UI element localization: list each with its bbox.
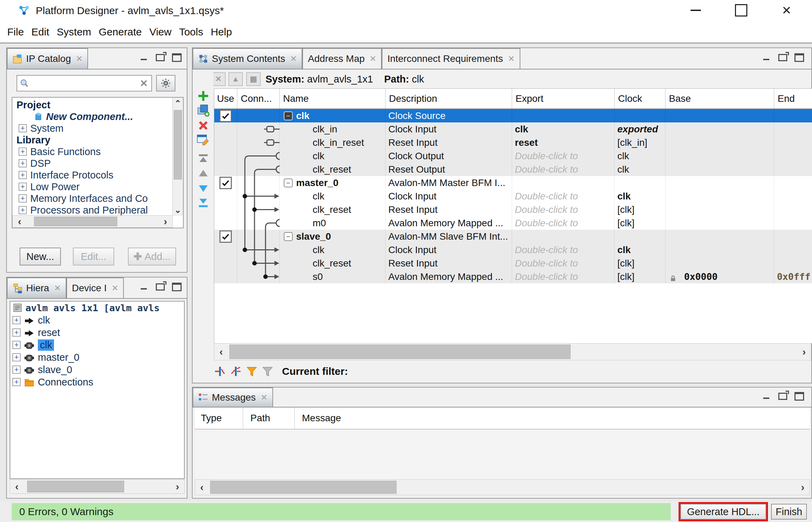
base-cell[interactable]	[665, 189, 774, 203]
column-name[interactable]: Name	[280, 89, 386, 108]
show-signals-icon[interactable]	[230, 365, 242, 378]
expand-icon[interactable]: +	[12, 353, 21, 361]
tab-close-icon[interactable]: ✕	[76, 54, 83, 64]
hierarchy-item-reset[interactable]: +reset	[10, 326, 184, 339]
column-path[interactable]: Path	[250, 407, 270, 429]
scroll-right-icon[interactable]: ›	[796, 480, 810, 495]
tab-close-icon[interactable]: ✕	[508, 54, 515, 64]
menu-view[interactable]: View	[145, 26, 175, 38]
ip-tree-horizontal-scrollbar[interactable]: ‹ ›	[12, 215, 173, 228]
search-input[interactable]	[32, 76, 137, 90]
table-row-slave_0[interactable]: −slave_0Avalon-MM Slave BFM Int...	[214, 230, 812, 243]
menu-file[interactable]: File	[3, 26, 28, 38]
use-checkbox[interactable]	[219, 110, 232, 122]
clear-search-icon[interactable]: ✕	[140, 78, 148, 89]
name-cell[interactable]: −clk	[280, 109, 386, 122]
clock-cell[interactable]	[615, 230, 665, 243]
new-button[interactable]: New...	[20, 248, 61, 265]
clock-cell[interactable]: [clk]	[615, 203, 665, 216]
scroll-left-icon[interactable]: ‹	[10, 480, 24, 493]
clock-cell[interactable]: clk	[615, 163, 665, 176]
clock-cell[interactable]: clk	[615, 149, 665, 163]
edit-button[interactable]: Edit...	[73, 248, 114, 265]
table-row-clk_in[interactable]: clk_inClock Inputclkexported	[214, 122, 812, 136]
export-cell[interactable]	[512, 230, 615, 243]
export-cell[interactable]: Double-click to	[512, 203, 615, 216]
name-cell[interactable]: clk_reset	[280, 163, 386, 176]
panel-maximize-icon[interactable]	[794, 391, 804, 401]
tab-close-icon[interactable]: ✕	[369, 54, 376, 64]
column-clock[interactable]: Clock	[615, 89, 665, 108]
add-button[interactable]: ✚Add...	[128, 248, 176, 265]
name-cell[interactable]: clk_reset	[280, 203, 386, 216]
base-cell[interactable]	[665, 163, 774, 176]
add-component-icon[interactable]	[197, 89, 210, 102]
clock-cell[interactable]	[615, 109, 665, 122]
window-minimize-button[interactable]	[684, 0, 708, 21]
export-cell[interactable]: Double-click to	[512, 257, 615, 270]
ip-tree-item-low-power[interactable]: +Low Power	[16, 181, 183, 193]
column-description[interactable]: Description	[386, 89, 512, 108]
filter-icon[interactable]	[246, 365, 258, 378]
tab-device[interactable]: Device I ✕	[66, 278, 124, 298]
base-cell[interactable]	[665, 109, 774, 122]
name-cell[interactable]: −master_0	[280, 176, 386, 189]
expand-icon[interactable]: +	[12, 378, 21, 386]
ip-tree-item-project[interactable]: Project	[16, 99, 183, 111]
export-cell[interactable]	[512, 109, 615, 122]
table-row-master_0[interactable]: −master_0Avalon-MM Master BFM I...	[214, 176, 812, 189]
move-up-icon[interactable]	[197, 167, 210, 180]
ip-tree-item-dsp[interactable]: +DSP	[16, 157, 183, 169]
name-cell[interactable]: s0	[280, 270, 386, 283]
tab-close-icon[interactable]: ✕	[290, 54, 297, 64]
expand-icon[interactable]: +	[19, 183, 27, 191]
panel-float-icon[interactable]	[778, 391, 788, 401]
export-cell[interactable]: Double-click to	[512, 270, 615, 283]
column-type[interactable]: Type	[201, 407, 222, 429]
name-cell[interactable]: clk	[280, 189, 386, 203]
ip-tree-item-memory-interfaces-and-co[interactable]: +Memory Interfaces and Co	[16, 193, 183, 204]
ip-tree-item-processors-and-peripheral[interactable]: +Processors and Peripheral	[16, 204, 183, 216]
move-top-icon[interactable]	[197, 153, 210, 166]
menu-system[interactable]: System	[53, 26, 95, 38]
base-cell[interactable]: 0x0000	[665, 270, 774, 283]
zoom-fit-button[interactable]: ✕	[211, 72, 226, 86]
tab-address-map[interactable]: Address Map ✕	[302, 48, 382, 69]
panel-maximize-icon[interactable]	[172, 52, 182, 63]
menu-edit[interactable]: Edit	[28, 26, 53, 38]
export-cell[interactable]: Double-click to	[512, 243, 615, 257]
menu-help[interactable]: Help	[207, 26, 236, 38]
expand-icon[interactable]: +	[19, 124, 27, 132]
clock-cell[interactable]: [clk]	[615, 257, 665, 270]
export-cell[interactable]	[512, 176, 615, 189]
base-cell[interactable]	[665, 176, 774, 189]
table-row-clk[interactable]: clkClock InputDouble-click toclk	[214, 189, 812, 203]
panel-minimize-icon[interactable]	[761, 52, 771, 63]
name-cell[interactable]: clk_in_reset	[280, 136, 386, 149]
name-cell[interactable]: clk_in	[280, 122, 386, 136]
expand-icon[interactable]: +	[19, 194, 27, 203]
finish-button[interactable]: Finish	[771, 504, 807, 520]
expand-icon[interactable]: +	[19, 171, 27, 179]
hierarchy-item-connections[interactable]: +Connections	[10, 376, 184, 388]
edit-icon[interactable]	[197, 133, 210, 146]
base-cell[interactable]	[665, 136, 774, 149]
messages-horizontal-scrollbar[interactable]: ‹ ›	[195, 479, 810, 495]
show-exported-icon[interactable]	[214, 365, 226, 378]
generate-hdl-button[interactable]: Generate HDL...	[680, 504, 766, 520]
move-bottom-icon[interactable]	[197, 196, 210, 209]
tab-interconnect-requirements[interactable]: Interconnect Requirements ✕	[382, 48, 520, 69]
clock-cell[interactable]: clk	[615, 243, 665, 257]
panel-maximize-icon[interactable]	[172, 282, 182, 292]
scroll-left-icon[interactable]: ‹	[13, 216, 26, 227]
hierarchy-root[interactable]: avlm avls 1x1 [avlm avls	[10, 302, 184, 314]
expand-icon[interactable]: +	[19, 148, 27, 156]
table-row-m0[interactable]: m0Avalon Memory Mapped ...Double-click t…	[214, 216, 812, 230]
base-cell[interactable]	[665, 257, 774, 270]
panel-minimize-icon[interactable]	[761, 391, 771, 401]
ip-tree-item-basic-functions[interactable]: +Basic Functions	[16, 146, 183, 157]
export-cell[interactable]: Double-click to	[512, 189, 615, 203]
hierarchy-item-clk[interactable]: +clk	[10, 314, 184, 326]
ip-tree-item-system[interactable]: +System	[16, 122, 183, 134]
clock-cell[interactable]	[615, 176, 665, 189]
